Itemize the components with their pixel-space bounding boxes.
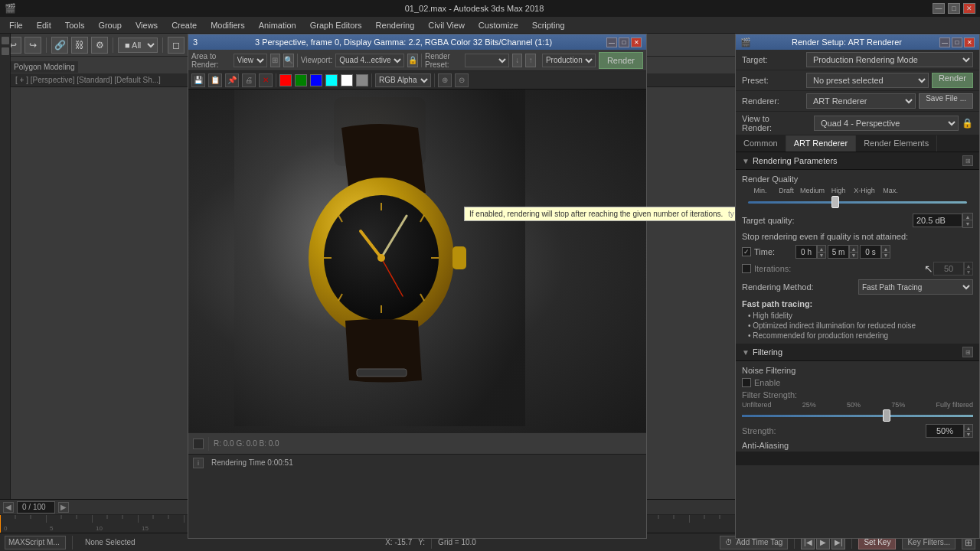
- rs-maximize-btn[interactable]: □: [952, 37, 962, 47]
- filtering-expand-icon[interactable]: ⊞: [962, 347, 973, 357]
- filtering-header[interactable]: ▼ Filtering ⊞: [736, 344, 979, 361]
- color-swatch-gray[interactable]: [356, 74, 368, 86]
- close-button[interactable]: ✕: [963, 3, 975, 14]
- unlink-button[interactable]: ⛓: [71, 37, 88, 54]
- print-button[interactable]: 🖨: [242, 73, 256, 87]
- menu-customize[interactable]: Customize: [472, 19, 524, 31]
- tab-common[interactable]: Common: [736, 135, 786, 152]
- preset-dropdown[interactable]: [465, 54, 509, 67]
- preset-select[interactable]: No preset selected: [806, 73, 929, 88]
- menu-modifiers[interactable]: Modifiers: [204, 19, 251, 31]
- render-maximize-button[interactable]: □: [619, 37, 629, 47]
- save-file-btn[interactable]: Save File ...: [919, 93, 973, 109]
- strength-up[interactable]: ▲: [964, 424, 973, 431]
- menu-animation[interactable]: Animation: [253, 19, 302, 31]
- time-s-up[interactable]: ▲: [881, 245, 890, 252]
- viewport-dropdown[interactable]: Quad 4...ective: [335, 54, 404, 67]
- menu-create[interactable]: Create: [165, 19, 203, 31]
- menu-group[interactable]: Group: [92, 19, 128, 31]
- lock-viewport-button[interactable]: 🔒: [407, 54, 418, 67]
- tab-render-elements[interactable]: Render Elements: [856, 135, 937, 152]
- bind-button[interactable]: ⚙: [91, 37, 108, 54]
- menu-tools[interactable]: Tools: [59, 19, 91, 31]
- copy-image-button[interactable]: 📋: [208, 73, 222, 87]
- area-zoom-button[interactable]: 🔍: [283, 54, 294, 67]
- color-swatch-blue[interactable]: [310, 74, 322, 86]
- menu-views[interactable]: Views: [129, 19, 164, 31]
- time-m-down[interactable]: ▼: [849, 252, 858, 259]
- target-quality-spinbox[interactable]: 20.5 dB ▲ ▼: [913, 213, 973, 228]
- time-m-value[interactable]: 5 m: [828, 245, 849, 259]
- rendering-params-header[interactable]: ▼ Rendering Parameters ⊞: [736, 152, 979, 170]
- color-swatch-white[interactable]: [341, 74, 353, 86]
- timeline-next-btn[interactable]: ▶: [58, 502, 69, 513]
- save-image-button[interactable]: 💾: [191, 73, 205, 87]
- channel-select[interactable]: RGB Alpha: [375, 73, 431, 87]
- minimize-button[interactable]: —: [933, 3, 945, 14]
- clear-button[interactable]: ✕: [259, 73, 273, 87]
- iterations-spinbox[interactable]: 50 ▲ ▼: [933, 262, 973, 276]
- filter-slider-container[interactable]: [736, 409, 979, 422]
- view-to-render-dropdown[interactable]: Quad 4 - Perspective: [814, 116, 959, 131]
- time-h-up[interactable]: ▲: [817, 245, 826, 252]
- rs-minimize-btn[interactable]: —: [939, 37, 950, 47]
- strength-spinbox[interactable]: 50% ▲ ▼: [926, 424, 973, 438]
- quality-slider[interactable]: [748, 196, 967, 208]
- menu-file[interactable]: File: [3, 19, 29, 31]
- color-swatch-green[interactable]: [295, 74, 307, 86]
- menu-scripting[interactable]: Scripting: [526, 19, 571, 31]
- timeline-prev-btn[interactable]: ◀: [3, 502, 14, 513]
- view-lock-icon[interactable]: 🔒: [962, 118, 973, 129]
- area-to-render-dropdown[interactable]: View: [234, 54, 267, 67]
- time-s-value[interactable]: 0 s: [860, 245, 881, 259]
- menu-graph-editors[interactable]: Graph Editors: [304, 19, 368, 31]
- menu-civil-view[interactable]: Civil View: [422, 19, 470, 31]
- rs-close-btn[interactable]: ✕: [964, 37, 975, 47]
- menu-edit[interactable]: Edit: [31, 19, 57, 31]
- iterations-value[interactable]: 50: [933, 262, 964, 276]
- target-quality-up[interactable]: ▲: [963, 214, 972, 220]
- time-m-up[interactable]: ▲: [849, 245, 858, 252]
- preset-btn2[interactable]: ↑: [525, 54, 535, 67]
- preset-btn1[interactable]: ↓: [512, 54, 522, 67]
- area-region-button[interactable]: ⊞: [270, 54, 280, 67]
- target-quality-down[interactable]: ▼: [963, 220, 972, 227]
- strength-value[interactable]: 50%: [926, 424, 964, 438]
- paste-image-button[interactable]: 📌: [225, 73, 239, 87]
- color-swatch-red[interactable]: [279, 74, 292, 86]
- production-dropdown[interactable]: Production: [542, 54, 596, 67]
- rs-render-btn[interactable]: Render: [932, 73, 973, 88]
- target-dropdown[interactable]: Production Rendering Mode: [806, 52, 973, 67]
- left-panel-icon-2[interactable]: [2, 47, 9, 55]
- renderer-dropdown[interactable]: ART Renderer: [806, 93, 916, 109]
- target-quality-value[interactable]: 20.5 dB: [913, 214, 962, 227]
- menu-rendering[interactable]: Rendering: [370, 19, 421, 31]
- rendering-method-dropdown[interactable]: Fast Path Tracing: [858, 279, 973, 295]
- filter-thumb[interactable]: [883, 409, 890, 422]
- iterations-up[interactable]: ▲: [964, 262, 973, 269]
- strength-down[interactable]: ▼: [964, 431, 973, 438]
- time-s-down[interactable]: ▼: [881, 252, 890, 259]
- render-button[interactable]: Render: [599, 52, 643, 69]
- quality-thumb[interactable]: [831, 196, 839, 208]
- time-h-value[interactable]: 0 h: [795, 245, 817, 259]
- filter-dropdown[interactable]: ■ All: [118, 37, 158, 53]
- color-swatch-cyan[interactable]: [325, 74, 338, 86]
- zoom-in-button[interactable]: ⊕: [438, 73, 452, 87]
- redo-button[interactable]: ↪: [24, 37, 41, 54]
- left-panel-icon-1[interactable]: [2, 37, 9, 44]
- render-close-button[interactable]: ✕: [631, 37, 642, 47]
- select-obj-button[interactable]: ◻: [168, 37, 185, 54]
- iterations-checkbox[interactable]: [742, 264, 751, 273]
- zoom-out-button[interactable]: ⊖: [455, 73, 469, 87]
- time-h-down[interactable]: ▼: [817, 252, 826, 259]
- iterations-down[interactable]: ▼: [964, 269, 973, 276]
- maxscript-mini[interactable]: MAXScript M...: [5, 536, 66, 549]
- time-checkbox[interactable]: [742, 247, 751, 256]
- tab-art-renderer[interactable]: ART Renderer: [786, 135, 857, 152]
- maximize-button[interactable]: □: [948, 3, 960, 14]
- link-button[interactable]: 🔗: [51, 37, 68, 54]
- render-minimize-button[interactable]: —: [606, 37, 617, 47]
- enable-checkbox[interactable]: [742, 378, 751, 387]
- expand-icon[interactable]: ⊞: [962, 155, 973, 166]
